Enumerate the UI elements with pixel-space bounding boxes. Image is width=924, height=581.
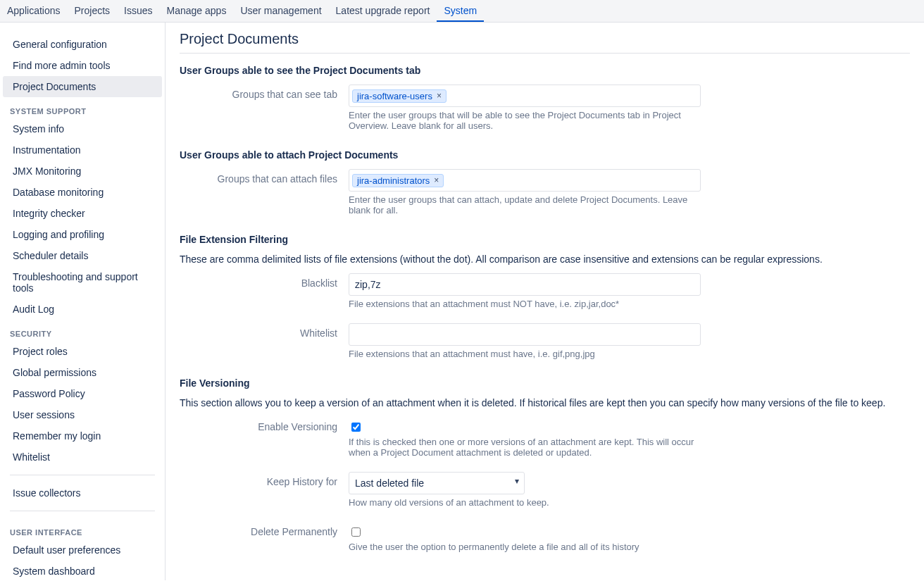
label-delete-permanently: Delete Permanently bbox=[180, 522, 349, 537]
sidebar-project-documents[interactable]: Project Documents bbox=[3, 76, 162, 97]
checkbox-enable-versioning[interactable] bbox=[351, 423, 361, 432]
desc-file-extension: These are comma delimited lists of file … bbox=[180, 254, 910, 265]
sidebar: General configuration Find more admin to… bbox=[0, 23, 166, 580]
top-nav: Applications Projects Issues Manage apps… bbox=[0, 0, 924, 23]
help-groups-see-tab: Enter the user groups that will be able … bbox=[349, 110, 701, 131]
help-enable-versioning: If this is checked then one or more vers… bbox=[349, 437, 701, 458]
sidebar-heading-system-support: SYSTEM SUPPORT bbox=[0, 97, 165, 118]
nav-manage-apps[interactable]: Manage apps bbox=[160, 0, 234, 22]
tag-jira-administrators[interactable]: jira-administrators × bbox=[352, 174, 444, 187]
sidebar-password-policy[interactable]: Password Policy bbox=[3, 383, 162, 404]
nav-system[interactable]: System bbox=[437, 0, 484, 22]
sidebar-database-monitoring[interactable]: Database monitoring bbox=[3, 182, 162, 203]
nav-applications[interactable]: Applications bbox=[0, 0, 68, 22]
sidebar-project-roles[interactable]: Project roles bbox=[3, 341, 162, 362]
sidebar-divider bbox=[10, 475, 155, 475]
input-blacklist[interactable] bbox=[349, 273, 701, 296]
sidebar-troubleshooting[interactable]: Troubleshooting and support tools bbox=[3, 266, 162, 299]
main-content: Project Documents User Groups able to se… bbox=[166, 23, 924, 580]
sidebar-jmx-monitoring[interactable]: JMX Monitoring bbox=[3, 161, 162, 182]
help-keep-history: How many old versions of an attachment t… bbox=[349, 497, 701, 508]
label-whitelist: Whitelist bbox=[180, 323, 349, 339]
label-groups-attach: Groups that can attach files bbox=[180, 169, 349, 185]
nav-issues[interactable]: Issues bbox=[117, 0, 159, 22]
sidebar-divider bbox=[10, 511, 155, 511]
help-delete-permanently: Give the user the option to permanently … bbox=[349, 542, 701, 552]
desc-file-versioning: This section allows you to keep a versio… bbox=[180, 397, 910, 408]
help-blacklist: File extensions that an attachment must … bbox=[349, 299, 701, 309]
help-whitelist: File extensions that an attachment must … bbox=[349, 349, 701, 359]
sidebar-system-info[interactable]: System info bbox=[3, 118, 162, 139]
sidebar-find-more-admin-tools[interactable]: Find more admin tools bbox=[3, 55, 162, 76]
help-groups-attach: Enter the user groups that can attach, u… bbox=[349, 194, 701, 215]
sidebar-whitelist[interactable]: Whitelist bbox=[3, 446, 162, 468]
sidebar-integrity-checker[interactable]: Integrity checker bbox=[3, 203, 162, 224]
sidebar-heading-ui: USER INTERFACE bbox=[0, 518, 165, 539]
sidebar-general-configuration[interactable]: General configuration bbox=[3, 34, 162, 55]
tag-label: jira-software-users bbox=[357, 91, 432, 101]
sidebar-default-user-preferences[interactable]: Default user preferences bbox=[3, 539, 162, 561]
section-title-see-tab: User Groups able to see the Project Docu… bbox=[180, 65, 910, 76]
sidebar-system-dashboard[interactable]: System dashboard bbox=[3, 561, 162, 580]
input-groups-attach[interactable]: jira-administrators × bbox=[349, 169, 701, 192]
label-enable-versioning: Enable Versioning bbox=[180, 417, 349, 432]
tag-label: jira-administrators bbox=[357, 175, 430, 186]
sidebar-heading-security: SECURITY bbox=[0, 320, 165, 341]
sidebar-logging-profiling[interactable]: Logging and profiling bbox=[3, 224, 162, 245]
input-groups-see-tab[interactable]: jira-software-users × bbox=[349, 85, 701, 107]
label-blacklist: Blacklist bbox=[180, 273, 349, 289]
sidebar-remember-my-login[interactable]: Remember my login bbox=[3, 425, 162, 446]
label-keep-history: Keep History for bbox=[180, 472, 349, 487]
section-title-file-extension: File Extension Filtering bbox=[180, 234, 910, 245]
sidebar-scheduler-details[interactable]: Scheduler details bbox=[3, 245, 162, 266]
nav-latest-upgrade-report[interactable]: Latest upgrade report bbox=[329, 0, 437, 22]
sidebar-instrumentation[interactable]: Instrumentation bbox=[3, 139, 162, 161]
page-title: Project Documents bbox=[180, 31, 910, 54]
sidebar-user-sessions[interactable]: User sessions bbox=[3, 404, 162, 425]
label-groups-see-tab: Groups that can see tab bbox=[180, 85, 349, 100]
checkbox-delete-permanently[interactable] bbox=[351, 527, 361, 537]
nav-projects[interactable]: Projects bbox=[68, 0, 118, 22]
input-whitelist[interactable] bbox=[349, 323, 701, 346]
select-keep-history[interactable]: Last deleted file bbox=[349, 472, 525, 494]
section-title-file-versioning: File Versioning bbox=[180, 377, 910, 389]
sidebar-audit-log[interactable]: Audit Log bbox=[3, 299, 162, 320]
sidebar-issue-collectors[interactable]: Issue collectors bbox=[3, 482, 162, 504]
tag-jira-software-users[interactable]: jira-software-users × bbox=[352, 89, 447, 103]
sidebar-global-permissions[interactable]: Global permissions bbox=[3, 362, 162, 383]
section-title-attach: User Groups able to attach Project Docum… bbox=[180, 149, 910, 161]
nav-user-management[interactable]: User management bbox=[233, 0, 328, 22]
close-icon[interactable]: × bbox=[434, 175, 439, 185]
close-icon[interactable]: × bbox=[437, 91, 442, 101]
